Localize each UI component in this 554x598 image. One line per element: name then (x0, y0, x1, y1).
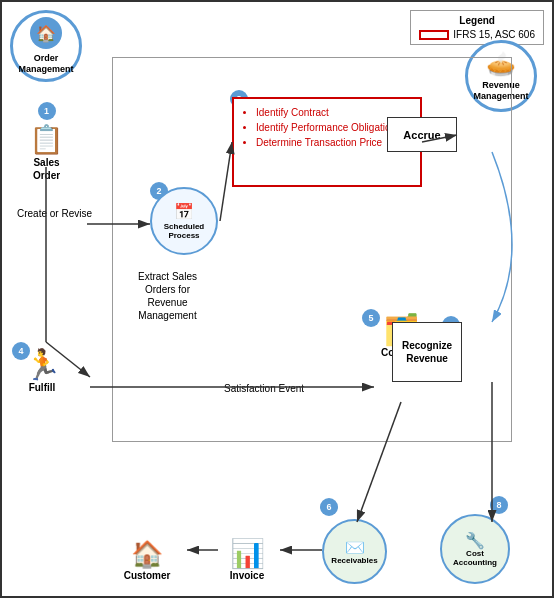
badge-6: 6 (320, 498, 338, 516)
sales-order-box: 1 📋 SalesOrder (14, 102, 79, 182)
extract-label: Extract SalesOrders forRevenueManagement (120, 270, 215, 322)
cost-accounting-label: CostAccounting (453, 550, 497, 568)
customer-icon: 🏠 Customer (112, 539, 182, 581)
fulfill-label: Fulfill (12, 382, 72, 393)
invoice-label: Invoice (217, 570, 277, 581)
invoice-icon: 📊 Invoice (217, 537, 277, 581)
cost-accounting-circle: 🔧 CostAccounting (440, 514, 510, 584)
receivables-circle: ✉️ Receivables (322, 519, 387, 584)
receivables-icon: ✉️ (345, 538, 365, 557)
customer-label: Customer (112, 570, 182, 581)
receivables-label: Receivables (331, 557, 377, 566)
legend-label-ifrs: IFRS 15, ASC 606 (453, 29, 535, 40)
legend-line-ifrs (419, 30, 449, 40)
scheduled-process-circle: 📅 ScheduledProcess (150, 187, 218, 255)
legend-item: IFRS 15, ASC 606 (419, 29, 535, 40)
create-or-revise-label: Create or Revise (17, 207, 92, 221)
invoice-doc-icon: 📊 (217, 537, 277, 570)
order-management-label: OrderManagement (18, 53, 73, 75)
badge-8: 8 (490, 496, 508, 514)
customer-building-icon: 🏠 (112, 539, 182, 570)
diagram-container: Legend IFRS 15, ASC 606 🏠 OrderManagemen… (0, 0, 554, 598)
sales-order-icon: 📋 (14, 123, 79, 156)
badge-1: 1 (38, 102, 56, 120)
legend: Legend IFRS 15, ASC 606 (410, 10, 544, 45)
recognize-revenue-box: Recognize Revenue (392, 322, 462, 382)
order-mgmt-icon: 🏠 (30, 17, 62, 49)
scheduled-process-label: ScheduledProcess (164, 223, 204, 241)
accrue-box: Accrue (387, 117, 457, 152)
sales-order-label: SalesOrder (14, 156, 79, 182)
recognize-revenue-label: Recognize Revenue (393, 339, 461, 365)
fulfill-icon: 🏃 Fulfill (12, 347, 72, 393)
satisfaction-event-label: Satisfaction Event (224, 382, 304, 395)
order-management-circle: 🏠 OrderManagement (10, 10, 82, 82)
legend-title: Legend (419, 15, 535, 26)
fulfill-person-icon: 🏃 (12, 347, 72, 382)
accrue-label: Accrue (403, 129, 440, 141)
cost-accounting-icon: 🔧 (465, 531, 485, 550)
